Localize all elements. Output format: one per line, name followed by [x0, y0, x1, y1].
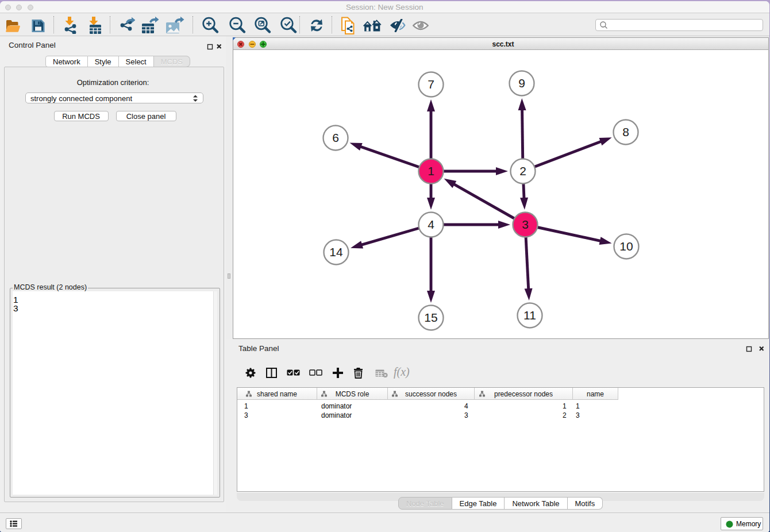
svg-text:1: 1: [428, 164, 434, 178]
svg-text:15: 15: [424, 311, 437, 324]
svg-text:11: 11: [523, 309, 536, 322]
svg-text:10: 10: [619, 240, 633, 253]
svg-text:14: 14: [329, 245, 343, 259]
svg-text:6: 6: [332, 131, 339, 144]
svg-text:2: 2: [519, 164, 526, 178]
svg-text:8: 8: [622, 125, 629, 138]
svg-text:4: 4: [428, 218, 434, 231]
svg-text:3: 3: [522, 218, 529, 231]
svg-text:9: 9: [518, 76, 525, 90]
svg-text:7: 7: [428, 78, 434, 91]
